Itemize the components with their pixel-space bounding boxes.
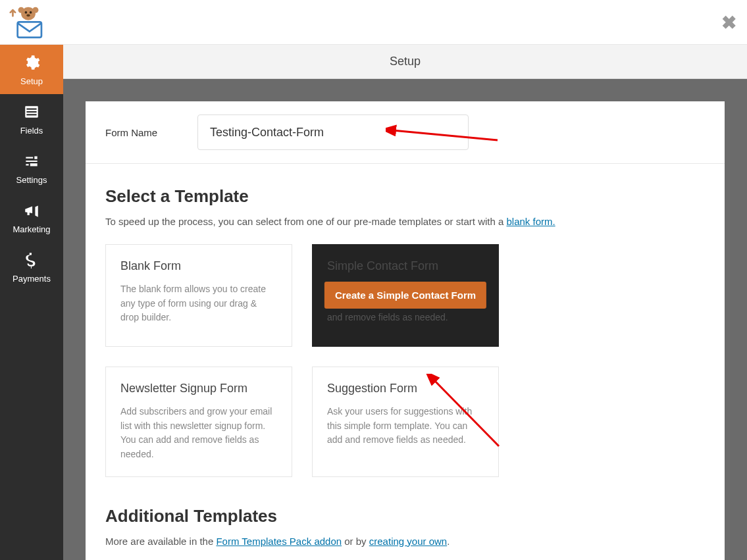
template-desc: Ask your users for suggestions with this…	[327, 405, 484, 447]
svg-rect-10	[26, 114, 36, 115]
template-card-newsletter[interactable]: Newsletter Signup Form Add subscribers a…	[105, 367, 292, 477]
fields-icon	[0, 103, 63, 123]
sidebar-item-payments[interactable]: Payments	[0, 242, 63, 292]
form-name-input[interactable]	[197, 115, 469, 150]
create-own-link[interactable]: creating your own	[369, 536, 447, 547]
template-card-suggestion[interactable]: Suggestion Form Ask your users for sugge…	[312, 367, 499, 477]
create-template-button[interactable]: Create a Simple Contact Form	[324, 282, 486, 309]
template-title: Newsletter Signup Form	[120, 382, 277, 395]
dollar-icon	[0, 251, 63, 271]
sidebar: Setup Fields Settings Marketing Payments	[0, 45, 63, 560]
close-icon[interactable]: ✖	[721, 12, 736, 34]
additional-templates-text: More are available in the Form Templates…	[105, 536, 705, 547]
template-card-simple-contact[interactable]: Simple Contact Form Allow your users to …	[312, 244, 499, 347]
addon-link[interactable]: Form Templates Pack addon	[216, 536, 342, 547]
additional-templates-title: Additional Templates	[105, 506, 705, 526]
svg-rect-6	[18, 22, 41, 38]
select-template-subtitle: To speed up the process, you can select …	[105, 216, 705, 227]
sliders-icon	[0, 153, 63, 172]
template-title: Simple Contact Form	[327, 259, 484, 273]
form-name-label: Form Name	[86, 109, 182, 157]
svg-rect-8	[26, 109, 36, 110]
sidebar-item-label: Settings	[0, 175, 63, 185]
sidebar-item-fields[interactable]: Fields	[0, 94, 63, 143]
sidebar-item-label: Payments	[0, 274, 63, 284]
topbar: ✖	[0, 0, 747, 45]
svg-point-1	[25, 11, 28, 14]
template-title: Suggestion Form	[327, 382, 484, 395]
sidebar-item-label: Setup	[0, 76, 63, 86]
sidebar-item-label: Marketing	[0, 224, 63, 234]
template-title: Blank Form	[120, 259, 277, 273]
page-title: Setup	[63, 45, 747, 79]
form-name-row: Form Name	[86, 101, 725, 164]
sidebar-item-marketing[interactable]: Marketing	[0, 193, 63, 242]
sidebar-item-settings[interactable]: Settings	[0, 143, 63, 193]
select-template-title: Select a Template	[105, 186, 705, 207]
sidebar-item-label: Fields	[0, 126, 63, 136]
wpforms-logo	[9, 5, 47, 39]
svg-point-3	[26, 14, 30, 16]
template-card-blank[interactable]: Blank Form The blank form allows you to …	[105, 244, 292, 347]
bullhorn-icon	[0, 202, 63, 222]
blank-form-link[interactable]: blank form.	[506, 216, 555, 227]
svg-rect-9	[26, 111, 36, 113]
svg-point-2	[30, 11, 32, 14]
template-desc: Add subscribers and grow your email list…	[120, 405, 277, 462]
svg-point-4	[18, 7, 24, 13]
template-desc: The blank form allows you to create any …	[120, 282, 277, 325]
gear-icon	[0, 54, 63, 74]
svg-point-5	[32, 7, 38, 13]
sidebar-item-setup[interactable]: Setup	[0, 45, 63, 94]
